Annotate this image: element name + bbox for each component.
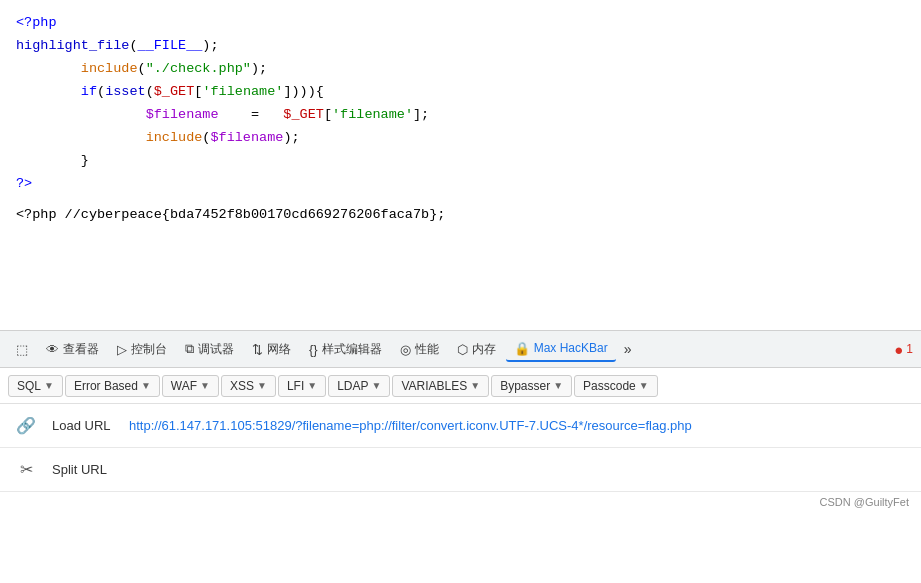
split-url-row: ✂ Split URL: [0, 448, 921, 492]
performance-icon: ◎: [400, 342, 411, 357]
sql-arrow-icon: ▼: [44, 380, 54, 391]
split-url-scissors-icon: ✂: [12, 460, 40, 479]
variables-arrow-icon: ▼: [470, 380, 480, 391]
sql-label: SQL: [17, 379, 41, 393]
tab-memory-label: 内存: [472, 341, 496, 358]
url-section: 🔗 Load URL http://61.147.171.105:51829/?…: [0, 404, 921, 512]
code-line-5: $filename = $_GET['filename'];: [16, 104, 905, 127]
tab-performance-label: 性能: [415, 341, 439, 358]
code-line-1: <?php: [16, 12, 905, 35]
tab-style[interactable]: {} 样式编辑器: [301, 337, 390, 362]
load-url-row: 🔗 Load URL http://61.147.171.105:51829/?…: [0, 404, 921, 448]
bypasser-label: Bypasser: [500, 379, 550, 393]
hackbar-waf-button[interactable]: WAF ▼: [162, 375, 219, 397]
tab-debugger[interactable]: ⧉ 调试器: [177, 337, 242, 362]
lfi-arrow-icon: ▼: [307, 380, 317, 391]
load-url-label: Load URL: [52, 418, 117, 433]
tab-hackbar-label: Max HacKBar: [534, 341, 608, 355]
hackbar-passcode-button[interactable]: Passcode ▼: [574, 375, 658, 397]
bypasser-arrow-icon: ▼: [553, 380, 563, 391]
devtools-toolbar: ⬚ 👁 查看器 ▷ 控制台 ⧉ 调试器 ⇅ 网络 {} 样式编辑器 ◎ 性能 ⬡…: [0, 330, 921, 368]
passcode-arrow-icon: ▼: [639, 380, 649, 391]
code-display: <?php highlight_file(__FILE__); include(…: [0, 0, 921, 330]
load-url-value[interactable]: http://61.147.171.105:51829/?filename=ph…: [129, 418, 909, 433]
code-line-9: <?php //cyberpeace{bda7452f8b00170cd6692…: [16, 204, 905, 227]
code-line-6: include($filename);: [16, 127, 905, 150]
xss-arrow-icon: ▼: [257, 380, 267, 391]
hackbar-lfi-button[interactable]: LFI ▼: [278, 375, 326, 397]
waf-arrow-icon: ▼: [200, 380, 210, 391]
errorbased-label: Error Based: [74, 379, 138, 393]
hackbar-variables-button[interactable]: VARIABLES ▼: [392, 375, 489, 397]
xss-label: XSS: [230, 379, 254, 393]
style-icon: {}: [309, 342, 318, 357]
tab-viewer[interactable]: 👁 查看器: [38, 337, 107, 362]
viewer-icon: 👁: [46, 342, 59, 357]
tab-memory[interactable]: ⬡ 内存: [449, 337, 504, 362]
debugger-icon: ⧉: [185, 341, 194, 357]
code-line-3: include("./check.php");: [16, 58, 905, 81]
tab-hackbar[interactable]: 🔒 Max HacKBar: [506, 337, 616, 362]
tab-style-label: 样式编辑器: [322, 341, 382, 358]
code-line-8: ?>: [16, 173, 905, 196]
code-line-4: if(isset($_GET['filename']))){: [16, 81, 905, 104]
inspect-icon: ⬚: [16, 342, 28, 357]
error-indicator: ● 1: [894, 341, 913, 358]
error-icon: ●: [894, 341, 903, 358]
error-count: 1: [906, 342, 913, 356]
variables-label: VARIABLES: [401, 379, 467, 393]
errorbased-arrow-icon: ▼: [141, 380, 151, 391]
tab-network[interactable]: ⇅ 网络: [244, 337, 299, 362]
network-icon: ⇅: [252, 342, 263, 357]
tab-network-label: 网络: [267, 341, 291, 358]
tab-debugger-label: 调试器: [198, 341, 234, 358]
tab-performance[interactable]: ◎ 性能: [392, 337, 447, 362]
waf-label: WAF: [171, 379, 197, 393]
code-line-7: }: [16, 150, 905, 173]
tab-inspect[interactable]: ⬚: [8, 338, 36, 361]
hackbar-xss-button[interactable]: XSS ▼: [221, 375, 276, 397]
load-url-link-icon: 🔗: [12, 416, 40, 435]
more-tabs-button[interactable]: »: [620, 339, 636, 359]
hackbar-ldap-button[interactable]: LDAP ▼: [328, 375, 390, 397]
hackbar-sql-button[interactable]: SQL ▼: [8, 375, 63, 397]
code-line-2: highlight_file(__FILE__);: [16, 35, 905, 58]
console-icon: ▷: [117, 342, 127, 357]
hackbar-toolbar: SQL ▼ Error Based ▼ WAF ▼ XSS ▼ LFI ▼ LD…: [0, 368, 921, 404]
tab-viewer-label: 查看器: [63, 341, 99, 358]
ldap-arrow-icon: ▼: [372, 380, 382, 391]
hackbar-errorbased-button[interactable]: Error Based ▼: [65, 375, 160, 397]
watermark: CSDN @GuiltyFet: [0, 492, 921, 512]
split-url-label: Split URL: [52, 462, 117, 477]
hackbar-bypasser-button[interactable]: Bypasser ▼: [491, 375, 572, 397]
ldap-label: LDAP: [337, 379, 368, 393]
hackbar-icon: 🔒: [514, 341, 530, 356]
memory-icon: ⬡: [457, 342, 468, 357]
passcode-label: Passcode: [583, 379, 636, 393]
tab-console-label: 控制台: [131, 341, 167, 358]
lfi-label: LFI: [287, 379, 304, 393]
tab-console[interactable]: ▷ 控制台: [109, 337, 175, 362]
